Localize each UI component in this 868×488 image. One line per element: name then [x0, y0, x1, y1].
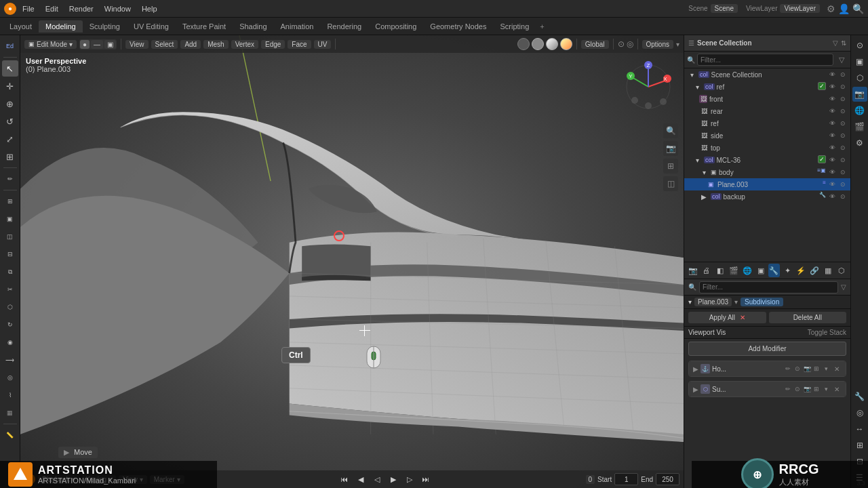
tab-animation[interactable]: Animation	[274, 20, 321, 33]
right-icon-bottom2[interactable]: ◎	[852, 405, 867, 420]
tab-compositing[interactable]: Compositing	[368, 20, 423, 33]
right-icon-bottom3[interactable]: ↔	[852, 422, 867, 436]
transform-tool[interactable]: ⊞	[2, 148, 18, 165]
ref-vis-eye[interactable]: 👁	[827, 82, 837, 92]
right-icon-mesh[interactable]: ⬡	[852, 70, 867, 85]
mcl36-vis-eye[interactable]: 👁	[827, 155, 837, 165]
prop-particles-icon[interactable]: ✦	[781, 264, 793, 277]
top-right-icon2[interactable]: 👤	[838, 3, 850, 14]
apply-all-button[interactable]: Apply All ✕	[688, 312, 766, 323]
move-tool[interactable]: ⊕	[2, 96, 18, 112]
coll-render-toggle[interactable]: ⊙	[838, 70, 848, 79]
modifier-search-input[interactable]	[699, 281, 838, 293]
right-icon-scene[interactable]: 🎬	[852, 119, 867, 134]
rotate-tool[interactable]: ↺	[2, 113, 18, 129]
prop-object-icon[interactable]: ▣	[755, 264, 767, 277]
blender-logo[interactable]: ●	[4, 3, 16, 15]
smooth-tool[interactable]: ◉	[2, 334, 18, 350]
collection-side[interactable]: 🖼 side 👁 ⊙	[684, 129, 850, 142]
side-vis-eye[interactable]: 👁	[827, 131, 837, 140]
pivot-select[interactable]: Global	[581, 40, 609, 49]
right-icon-world[interactable]: 🌐	[852, 103, 867, 118]
front-render-eye[interactable]: ⊙	[838, 94, 848, 104]
subsurf-frame-icon[interactable]: ⊞	[812, 385, 821, 393]
material-shade[interactable]	[546, 38, 558, 50]
snap-toggle[interactable]: ⊙	[618, 39, 625, 49]
collection-front[interactable]: 🖼 front 👁 ⊙	[684, 93, 850, 105]
uv-menu[interactable]: UV	[314, 40, 332, 49]
modifier-filter-icon[interactable]: ▽	[841, 283, 846, 291]
mesh-menu[interactable]: Mesh	[203, 40, 228, 49]
modifier-type-icon[interactable]: ▾	[734, 298, 738, 306]
front-vis-eye[interactable]: 👁	[827, 94, 837, 104]
shear-tool[interactable]: ⌇	[2, 387, 18, 403]
menu-window[interactable]: Window	[100, 3, 136, 14]
subsurf-expand-arrow[interactable]: ▶	[693, 386, 698, 393]
right-icon-object[interactable]: ▣	[852, 54, 867, 69]
hook-expand-arrow[interactable]: ▶	[693, 365, 698, 373]
viewport-overlay-btn[interactable]: ◫	[663, 176, 678, 191]
modifier-object-icon[interactable]: ▾	[688, 298, 692, 306]
edge-menu[interactable]: Edge	[261, 40, 285, 49]
proportional-edit[interactable]: ◎	[627, 39, 633, 49]
collection-top[interactable]: 🖼 top 👁 ⊙	[684, 142, 850, 154]
offset-edge-tool[interactable]: ⧉	[2, 264, 18, 280]
plane003-vis-eye[interactable]: 👁	[827, 180, 837, 189]
transform-cage[interactable]: ▦	[2, 405, 18, 421]
prev-frame-btn[interactable]: ◀	[354, 472, 368, 486]
toggle-stack-btn[interactable]: Toggle Stack	[808, 329, 846, 336]
collection-ref[interactable]: ▾ col ref ✓ 👁 ⊙	[684, 81, 850, 93]
tab-uv-editing[interactable]: UV Editing	[127, 20, 176, 33]
poly-build-tool[interactable]: ⬡	[2, 299, 18, 315]
end-frame-input[interactable]	[656, 473, 679, 485]
extrude-tool[interactable]: ⊞	[2, 193, 18, 209]
face-select-mode[interactable]: ▣	[104, 40, 116, 49]
modifier-object-badge[interactable]: Plane.003	[694, 298, 732, 306]
play-btn[interactable]: ▶	[387, 472, 400, 486]
bevel-tool[interactable]: ◫	[2, 228, 18, 245]
top-right-icon3[interactable]: 🔍	[852, 3, 864, 14]
mcl36-vis-check[interactable]: ✓	[818, 155, 826, 163]
hook-render-icon[interactable]: 📷	[803, 365, 811, 373]
axis-gizmo[interactable]: X Y Z	[621, 60, 675, 114]
right-icon-bottom1[interactable]: 🔧	[852, 389, 867, 404]
outliner-sort-btn[interactable]: ⇅	[841, 39, 846, 47]
3d-viewport[interactable]: ▣ Edit Mode ▾ ● — ▣ View Select Add Mesh…	[20, 35, 684, 488]
outliner-search-input[interactable]	[697, 54, 833, 66]
inset-tool[interactable]: ▣	[2, 211, 18, 227]
tab-scripting[interactable]: Scripting	[493, 20, 536, 33]
menu-edit[interactable]: Edit	[41, 3, 63, 14]
top-right-icon1[interactable]: ⚙	[827, 3, 835, 14]
edge-select-mode[interactable]: —	[91, 40, 103, 49]
viewport-grid-btn[interactable]: ⊞	[663, 159, 678, 174]
tab-layout[interactable]: Layout	[3, 20, 39, 33]
tab-rendering[interactable]: Rendering	[320, 20, 368, 33]
hook-edit-icon[interactable]: ✏	[784, 365, 792, 373]
edge-slide-tool[interactable]: ⟶	[2, 352, 18, 368]
measure-tool[interactable]: 📏	[2, 427, 18, 443]
backup-render-eye[interactable]: ⊙	[838, 192, 848, 201]
prop-scene-icon[interactable]: 🎬	[728, 264, 740, 277]
viewport-camera-btn[interactable]: 📷	[663, 141, 678, 156]
mcl36-render-eye[interactable]: ⊙	[838, 155, 848, 165]
start-frame-input[interactable]	[614, 473, 638, 485]
subsurf-render-icon[interactable]: 📷	[803, 385, 811, 393]
subsurf-close-btn[interactable]: ✕	[832, 384, 842, 394]
view-layer-name[interactable]: ViewLayer	[780, 4, 820, 13]
subsurf-toggle-icon[interactable]: ▾	[822, 385, 830, 393]
prop-constraints-icon[interactable]: 🔗	[808, 264, 821, 277]
side-render-eye[interactable]: ⊙	[838, 131, 848, 140]
view-menu[interactable]: View	[125, 40, 149, 49]
face-menu[interactable]: Face	[288, 40, 311, 49]
select-menu[interactable]: Select	[151, 40, 178, 49]
tab-shading[interactable]: Shading	[233, 20, 273, 33]
right-icon-settings[interactable]: ⚙	[852, 136, 867, 150]
plane003-render-eye[interactable]: ⊙	[838, 180, 848, 189]
loop-cut-tool[interactable]: ⊟	[2, 246, 18, 262]
viewport-zoom-btn[interactable]: 🔍	[663, 123, 678, 138]
add-workspace-tab[interactable]: +	[536, 21, 548, 32]
scene-name[interactable]: Scene	[711, 4, 738, 13]
shrink-fatten-tool[interactable]: ◎	[2, 369, 18, 386]
menu-file[interactable]: File	[18, 3, 39, 14]
annotate-tool[interactable]: ✏	[2, 171, 18, 187]
